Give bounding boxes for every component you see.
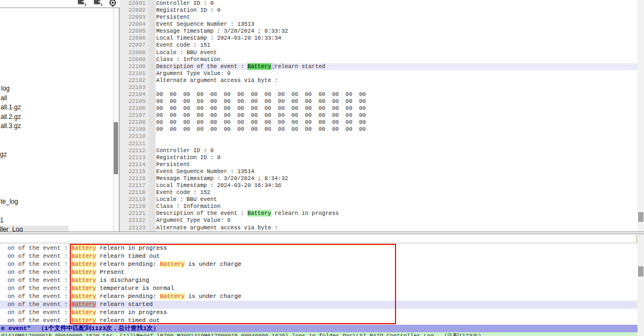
editor-line[interactable]: 2210700 00 00 00 00 00 00 00 00 00 00 00… xyxy=(120,112,638,119)
search-result-row[interactable]: on of the event : Battery relearn timed … xyxy=(0,317,638,325)
search-summary-line[interactable]: e event" （1个文件中匹配到1123次，总计查找1次） xyxy=(0,325,638,332)
line-number: 22102 xyxy=(120,77,149,84)
editor-line[interactable]: 22121Description of the event : Battery … xyxy=(120,210,638,217)
editor-line[interactable]: 22113Registration ID : 0 xyxy=(120,154,638,161)
editor-line[interactable]: 22114Persistent xyxy=(120,161,638,168)
text-segment: Local Timestamp : 2024-03-20 16:33:34 xyxy=(156,35,281,41)
editor-line-text: Registration ID : 0 xyxy=(156,7,638,14)
file-list-item[interactable]: all.3.gz xyxy=(1,122,21,130)
editor-line[interactable]: 22110 xyxy=(120,133,638,140)
editor-line[interactable]: 22095Message Timestamp : 3/20/2024 ; 8:3… xyxy=(120,28,638,35)
text-segment: Controller ID : 0 xyxy=(156,147,214,154)
editor-margin xyxy=(149,77,156,84)
editor-line[interactable]: 22120Class : Information xyxy=(120,203,638,210)
editor-line[interactable]: 22101Argument Type Value: 0 xyxy=(120,70,638,77)
text-segment: 00 00 00 00 00 00 00 00 00 00 00 00 00 0… xyxy=(156,112,366,118)
editor-line[interactable]: 22097Event code : 151 xyxy=(120,42,638,49)
search-result-row[interactable]: on of the event : Battery temperature is… xyxy=(0,285,638,293)
editor-line-text: 00 00 00 00 00 00 00 00 00 00 00 00 00 0… xyxy=(156,105,638,112)
editor-margin xyxy=(149,210,156,217)
editor-line[interactable]: 22111 xyxy=(120,140,638,147)
locate-icon[interactable] xyxy=(108,0,119,7)
export-log-icon[interactable] xyxy=(77,0,87,7)
editor-line[interactable]: 22119Locale : BBU event xyxy=(120,196,638,203)
editor-margin xyxy=(149,56,156,63)
editor-margin xyxy=(149,42,156,49)
editor-line-text: Alternate argument access via byte : xyxy=(156,77,638,84)
search-result-row[interactable]: on of the event : Battery relearn pendin… xyxy=(0,293,638,301)
file-list-item[interactable]: log xyxy=(1,85,10,93)
editor-line-text xyxy=(156,133,638,140)
editor-line[interactable]: 22094Event Sequence Number : 13513 xyxy=(120,21,638,28)
editor-line[interactable]: 22112Controller ID : 0 xyxy=(120,147,638,154)
line-number: 22121 xyxy=(120,210,149,217)
editor-scrollbar[interactable] xyxy=(638,0,644,232)
search-result-row[interactable]: on of the event : Battery relearn in pro… xyxy=(0,309,638,317)
results-scrollbar-thumb[interactable] xyxy=(638,266,643,277)
search-file-line[interactable]: 01410M617000015-00040000-1620.tar (11)\M… xyxy=(0,332,638,336)
editor-line-text: Argument Type Value: 0 xyxy=(156,217,638,224)
file-list-scrollbar[interactable] xyxy=(113,8,119,232)
editor-line[interactable]: 22091Controller ID : 0 xyxy=(120,0,638,7)
results-scrollbar[interactable] xyxy=(638,234,644,336)
editor-line[interactable]: 22123Alternate argument access via byte … xyxy=(120,225,638,232)
line-number: 22098 xyxy=(120,49,149,56)
editor-line[interactable]: 2210500 00 00 00 00 00 00 00 00 00 00 00… xyxy=(120,98,638,105)
editor-line[interactable]: 22099Class : Information xyxy=(120,56,638,63)
editor-line[interactable]: 22118Event code : 152 xyxy=(120,189,638,196)
text-segment: relearn started xyxy=(96,301,153,308)
file-list-item[interactable]: 1 xyxy=(0,216,4,225)
text-segment: relearn in progress xyxy=(271,210,339,216)
search-result-row[interactable]: on of the event : Battery Present xyxy=(0,268,638,277)
editor-line[interactable]: 2210400 00 00 00 00 00 00 00 00 00 00 00… xyxy=(120,91,638,98)
editor-margin xyxy=(149,119,156,126)
editor-line-text: Local Timestamp : 2024-03-20 16:34:36 xyxy=(156,182,638,189)
editor-line[interactable]: 22092Registration ID : 0 xyxy=(120,7,638,14)
text-segment: Class : Information xyxy=(156,56,221,63)
editor-line[interactable]: 22115Event Sequence Number : 13514 xyxy=(120,168,638,175)
editor-line[interactable]: 22098Locale : BBU event xyxy=(120,49,638,56)
editor-margin xyxy=(149,21,156,28)
editor-line[interactable]: 22093Persistent xyxy=(120,14,638,21)
line-number: 22122 xyxy=(120,217,149,224)
search-result-row[interactable]: on of the event : Battery relearn timed … xyxy=(0,252,638,260)
editor-margin xyxy=(149,147,156,154)
search-result-row[interactable]: on of the event : Battery relearn starte… xyxy=(0,301,638,309)
file-list-item[interactable]: te_log xyxy=(1,198,18,206)
line-number: 22117 xyxy=(120,182,149,189)
text-segment: relearn pending: xyxy=(96,293,160,300)
editor-line-text xyxy=(156,140,638,147)
file-list-item[interactable]: gz xyxy=(0,151,7,159)
file-list-scrollbar-thumb[interactable] xyxy=(114,122,118,174)
text-segment: Event Sequence Number : 13514 xyxy=(156,168,254,175)
line-number: 22116 xyxy=(120,175,149,182)
search-result-row[interactable]: on of the event : Battery relearn pendin… xyxy=(0,260,638,268)
file-list-item[interactable]: all xyxy=(1,94,7,102)
file-list-item[interactable]: all.2.gz xyxy=(1,113,21,121)
editor-scrollbar-thumb[interactable] xyxy=(638,212,643,222)
editor-line[interactable]: 22096Local Timestamp : 2024-03-20 16:33:… xyxy=(120,35,638,42)
search-result-row[interactable]: on of the event : Battery is discharging xyxy=(0,277,638,285)
log-editor[interactable]: 22091Controller ID : 022092Registration … xyxy=(120,0,638,232)
editor-line[interactable]: 22122Argument Type Value: 0 xyxy=(120,217,638,224)
editor-line[interactable]: 22103 xyxy=(120,84,638,91)
file-list-item[interactable]: all.1.gz xyxy=(1,103,21,111)
text-segment: on of the event : xyxy=(8,245,71,251)
editor-line[interactable]: 22100Description of the event : Battery_… xyxy=(120,63,638,70)
editor-line-text: Message Timestamp : 3/20/2024 ; 8:33:32 xyxy=(156,28,638,35)
export-log-icon[interactable] xyxy=(93,0,104,7)
editor-line[interactable]: 22117Local Timestamp : 2024-03-20 16:34:… xyxy=(120,182,638,189)
search-result-row[interactable]: on of the event : Battery relearn in pro… xyxy=(0,244,638,252)
search-match-highlight: Battery xyxy=(71,293,96,300)
editor-line[interactable]: 2210900 00 00 00 00 00 00 00 00 00 00 00… xyxy=(120,126,638,133)
search-match-highlight: Battery xyxy=(160,261,185,267)
editor-line[interactable]: 2210600 00 00 00 00 00 00 00 00 00 00 00… xyxy=(120,105,638,112)
line-number: 22096 xyxy=(120,35,149,42)
search-match-highlight: Battery xyxy=(71,309,96,316)
editor-line-text: Event Sequence Number : 13513 xyxy=(156,21,638,28)
editor-line[interactable]: 2210800 00 00 00 00 00 00 00 00 00 00 00… xyxy=(120,119,638,126)
editor-line[interactable]: 22102Alternate argument access via byte … xyxy=(120,77,638,84)
editor-margin xyxy=(149,63,156,70)
editor-line[interactable]: 22116Message Timestamp : 3/20/2024 ; 8:3… xyxy=(120,175,638,182)
search-match-highlight: Battery xyxy=(71,261,96,267)
